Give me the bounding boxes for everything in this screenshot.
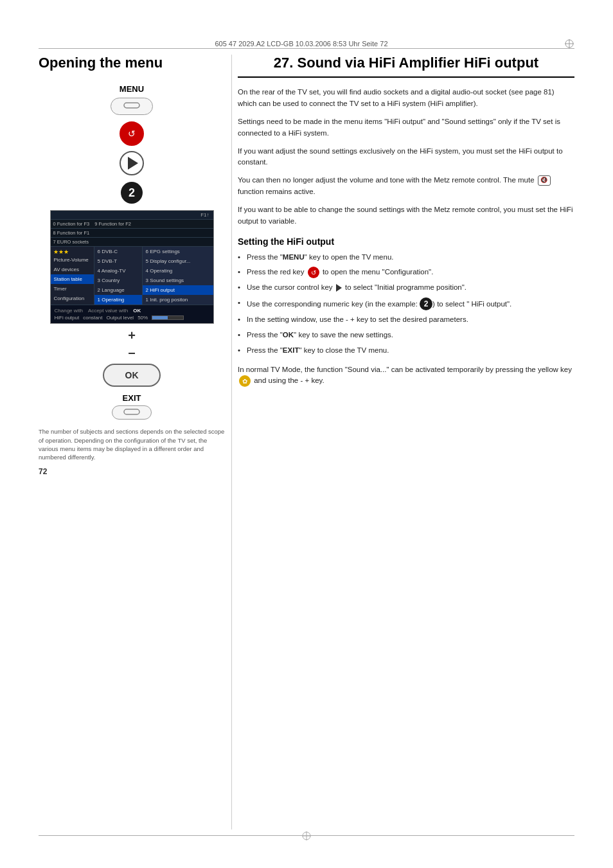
play-arrow-icon [128,157,138,170]
column-divider [231,55,232,829]
tv-menu-screenshot: F1↑ 0 Function for F3 9 Function for F2 … [50,210,214,324]
footnote-text: The number of subjects and sections depe… [39,427,225,461]
bullet-5: In the setting window, use the - + key t… [238,314,574,326]
ms-main-4: 4 Analog-TV [94,266,142,276]
ok-bold: OK [283,331,294,339]
ms-top-nums2: 8 Function for F1 [51,229,213,238]
final-para: In normal TV Mode, the function "Sound v… [238,364,574,387]
ms-sub-6: 6 EPG settings [143,247,213,256]
ms-num-9: 9 Function for F2 [94,221,131,227]
header-line: 605 47 2029.A2 LCD-GB 10.03.2006 8:53 Uh… [39,39,574,49]
ms-top-nums: 0 Function for F3 9 Function for F2 [51,220,213,229]
ms-num-0: 0 Function for F3 [53,221,90,227]
ms-main-6: 6 DVB-C [94,247,142,256]
exit-label: EXIT [39,393,225,403]
ms-sidebar-config: Configuration [51,294,94,303]
ms-accept-label: Accept value with [88,308,128,314]
ms-main-1: 1 Operating [94,295,142,305]
menu-bold: MENU [283,253,305,261]
ms-top-nums3: 7 EURO sockets [51,238,213,247]
page-number: 72 [39,467,225,476]
red-key-icon[interactable]: ↺ [120,121,144,146]
ms-footer-change: Change with Accept value with OK [55,308,209,314]
ms-sub-5: 5 Display configur... [143,256,213,266]
right-column: 27. Sound via HiFi Amplifier HiFi output… [238,55,574,393]
ms-top-bar: F1↑ [51,211,213,220]
svg-rect-3 [124,103,139,108]
bullet-7: Press the "EXIT" key to close the TV men… [238,345,574,357]
red-key-inline-icon: ↺ [308,267,319,278]
bullet-4: Use the corresponding numeric key (in th… [238,297,574,310]
ms-sub-menu: 6 EPG settings 5 Display configur... 4 O… [143,247,213,305]
ms-stars: ★★★ [51,247,94,255]
ms-output-value: 50% [138,315,148,321]
ms-num-7: 7 EURO sockets [53,239,89,245]
ms-sidebar-av: AV devices [51,265,94,274]
red-key-block: ↺ [39,121,225,146]
ms-progress-bar [152,315,184,320]
ms-sub-3: 3 Sound settings [143,276,213,285]
plus-button[interactable]: + [128,329,136,342]
ms-sub-2: 2 HiFi output [143,285,213,295]
yellow-key-icon: ✿ [239,375,251,387]
right-para-4: You can then no longer adjust the volume… [238,175,574,198]
ms-sub-4: 4 Operating [143,266,213,276]
num2-icon[interactable]: 2 [121,182,143,204]
ms-footer: Change with Accept value with OK HiFi ou… [51,305,213,323]
ms-hifi-label: HiFi output [55,315,80,321]
f1-label: F1↑ [200,212,209,218]
left-section-title: Opening the menu [39,55,225,71]
ok-button[interactable]: OK [103,364,161,387]
ms-main-3: 3 Country [94,276,142,285]
menu-button[interactable] [111,98,153,115]
right-para-5: If you want to be able to change the sou… [238,204,574,227]
play-key-block [39,151,225,175]
ms-footer-hifi: HiFi output constant Output level 50% [55,315,209,321]
header-text: 605 47 2029.A2 LCD-GB 10.03.2006 8:53 Uh… [39,40,564,48]
ms-hifi-value: constant [83,315,102,321]
right-para-2: Settings need to be made in the menu ite… [238,116,574,139]
bullet-1: Press the "MENU" key to open the TV menu… [238,252,574,263]
bullet-3: Use the cursor control key to select "In… [238,282,574,294]
ms-num-8: 8 Function for F1 [53,230,90,236]
bottom-crosshair-icon [301,831,312,841]
bullet-2: Press the red key ↺ to open the menu "Co… [238,267,574,278]
right-para-3: If you want adjust the sound settings ex… [238,146,574,169]
ms-sidebar-station: Station table [51,274,94,284]
num2-inline-icon: 2 [420,297,432,310]
page-container: 605 47 2029.A2 LCD-GB 10.03.2006 8:53 Uh… [0,0,613,868]
menu-label-text: MENU [39,84,225,94]
svg-rect-4 [124,409,139,414]
ms-sidebar-timer: Timer [51,284,94,294]
bullet-list: Press the "MENU" key to open the TV menu… [238,252,574,357]
mute-icon: 🔇 [538,175,551,186]
ms-output-label: Output level [106,315,134,321]
subsection-title: Setting the HiFi output [238,236,574,247]
ms-change-label: Change with [55,308,83,314]
ok-button-block: OK [39,364,225,387]
top-rule [39,48,574,49]
header-crosshair-icon [564,39,574,49]
ms-sub-1: 1 Init. prog positon [143,295,213,305]
right-para-1: On the rear of the TV set, you will find… [238,87,574,110]
exit-button[interactable] [112,405,152,420]
ms-progress-fill [152,316,168,319]
plus-minus-block: + – [39,329,225,359]
ms-sidebar: ★★★ Picture-Volume AV devices Station ta… [51,247,94,305]
ms-main-2: 2 Language [94,285,142,295]
bullet-6: Press the "OK" key to save the new setti… [238,330,574,341]
ms-ok-small: OK [133,308,141,314]
left-column: Opening the menu MENU ↺ [39,55,225,476]
ms-body: ★★★ Picture-Volume AV devices Station ta… [51,247,213,305]
num2-block: 2 [39,182,225,204]
play-key-icon[interactable] [120,151,144,175]
ms-main-5: 5 DVB-T [94,256,142,266]
right-section-title: 27. Sound via HiFi Amplifier HiFi output [238,55,574,78]
exit-button-block [39,405,225,420]
content-area: Opening the menu MENU ↺ [39,55,574,829]
minus-button[interactable]: – [128,346,135,359]
ms-main-menu: 6 DVB-C 5 DVB-T 4 Analog-TV 3 Country 2 … [94,247,143,305]
menu-label-block: MENU [39,84,225,115]
cursor-key-icon [336,284,342,292]
ms-sidebar-picture: Picture-Volume [51,255,94,265]
